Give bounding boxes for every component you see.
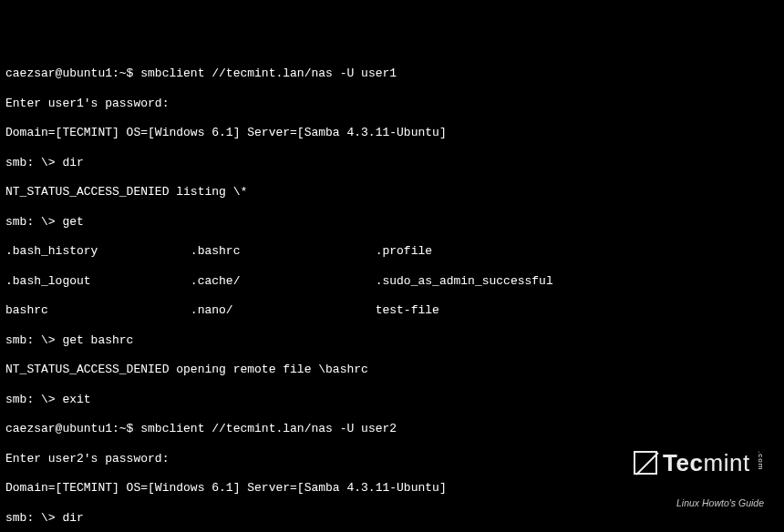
- terminal-line: smb: \> dir: [5, 156, 779, 170]
- watermark-brand: Tecmint: [663, 451, 750, 476]
- terminal-line: Domain=[TECMINT] OS=[Windows 6.1] Server…: [5, 126, 779, 140]
- terminal-line: caezsar@ubuntu1:~$ smbclient //tecmint.l…: [5, 66, 779, 81]
- terminal-line: NT_STATUS_ACCESS_DENIED listing \*: [5, 185, 779, 200]
- terminal-line: smb: \> get: [5, 215, 779, 230]
- watermark: Tecmint .com Linux Howto's Guide: [634, 425, 764, 521]
- terminal-line: Enter user1's password:: [5, 97, 779, 111]
- terminal-line: .bash_logout .cache/ .sudo_as_admin_succ…: [5, 274, 779, 289]
- terminal-line: smb: \> exit: [5, 393, 779, 407]
- cmd: smbclient //tecmint.lan/nas -U user1: [140, 66, 397, 80]
- terminal-line: NT_STATUS_ACCESS_DENIED opening remote f…: [5, 363, 779, 377]
- tecmint-logo-icon: [634, 451, 657, 475]
- watermark-com: .com: [757, 451, 764, 470]
- shell-prompt: caezsar@ubuntu1:~$: [5, 66, 140, 80]
- cmd: smbclient //tecmint.lan/nas -U user2: [140, 422, 397, 435]
- shell-prompt: caezsar@ubuntu1:~$: [5, 422, 140, 435]
- terminal-line: smb: \> get bashrc: [5, 333, 779, 348]
- watermark-tagline: Linux Howto's Guide: [634, 498, 764, 508]
- terminal-line: .bash_history .bashrc .profile: [5, 244, 779, 259]
- terminal-line: bashrc .nano/ test-file: [5, 303, 779, 318]
